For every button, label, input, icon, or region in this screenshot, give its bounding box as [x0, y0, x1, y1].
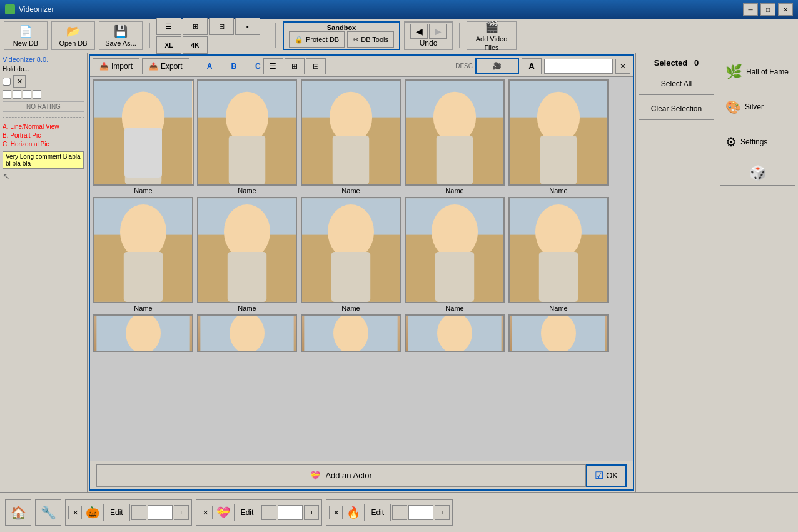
view-type-grid[interactable]: ⊞ [285, 58, 305, 74]
bottom-slot-1: ✕ 🎃 Edit − + [65, 499, 192, 526]
db-tools-button[interactable]: ✂ DB Tools [347, 31, 394, 48]
slot-3-minus[interactable]: − [392, 505, 407, 520]
view-buttons: ☰ ⊞ ⊟ ▪ XL 4K [156, 18, 269, 54]
silver-button[interactable]: 🎨 Silver [720, 91, 795, 123]
view-type-buttons: ☰ ⊞ ⊟ [263, 58, 326, 74]
grid-name-1-5: Name [549, 187, 567, 194]
grid-image-3-3[interactable] [301, 314, 401, 352]
view-type-list[interactable]: ☰ [263, 58, 283, 74]
slot-2-close[interactable]: ✕ [199, 506, 213, 519]
desc-label: DESC [455, 63, 473, 69]
slot-2-plus[interactable]: + [304, 505, 319, 520]
add-video-files-button[interactable]: 🎬 Add Video Files [467, 21, 517, 50]
add-actor-row: 💝 Add an Actor ☑ OK [90, 461, 633, 489]
title-controls[interactable]: ─ □ ✕ [743, 3, 793, 16]
grid-image-3-4[interactable] [405, 314, 505, 352]
clear-selection-button[interactable]: Clear Selection [639, 98, 714, 120]
slot-2-minus[interactable]: − [261, 505, 276, 520]
search-input[interactable] [544, 59, 613, 74]
grid-row-2: Name Name [93, 197, 630, 312]
view-xl-button[interactable]: XL [156, 36, 181, 54]
undo-forward-button[interactable]: ▶ [429, 24, 447, 39]
main-checkbox[interactable] [3, 78, 11, 86]
add-actor-button[interactable]: 💝 Add an Actor [96, 464, 586, 487]
import-button[interactable]: 📥 Import [93, 58, 139, 74]
grid-cell-2-4: Name [404, 197, 505, 312]
hold-info: Hold do... [3, 66, 84, 73]
grid-image-1-5[interactable] [508, 79, 609, 186]
grid-image-2-1[interactable] [93, 197, 193, 303]
font-button[interactable]: A [522, 58, 542, 74]
grid-image-2-3[interactable] [301, 197, 401, 303]
grid-image-1-4[interactable] [405, 79, 505, 186]
slot-3-plus[interactable]: + [435, 505, 450, 520]
new-db-button[interactable]: 📄 New DB [4, 21, 48, 50]
grid-image-1-3[interactable] [301, 79, 401, 186]
grid-name-1-1: Name [134, 187, 152, 194]
grid-image-1-2[interactable] [197, 79, 297, 186]
rating-box-3 [23, 90, 31, 99]
svg-point-30 [328, 204, 374, 259]
grid-image-3-2[interactable] [197, 314, 297, 352]
slot-3-close[interactable]: ✕ [329, 506, 343, 519]
view-list-button[interactable]: ☰ [156, 18, 181, 35]
x-button[interactable]: ✕ [13, 75, 26, 88]
slot-1-edit[interactable]: Edit [103, 504, 130, 521]
new-db-label: New DB [13, 39, 38, 47]
grid-name-2-1: Name [134, 304, 152, 312]
separator-3 [459, 23, 460, 48]
version-info: Videonizer 8.0. [3, 56, 84, 63]
slot-1-plus[interactable]: + [174, 505, 189, 520]
grid-image-3-5[interactable] [508, 314, 609, 352]
ok-button[interactable]: ☑ OK [586, 464, 627, 487]
grid-image-1-1[interactable] [93, 79, 194, 186]
hall-of-fame-button[interactable]: 🌿 Hall of Fame [720, 56, 795, 88]
view-4k-button[interactable]: 4K [183, 36, 208, 54]
label-b: B [231, 62, 236, 71]
view-type-detail[interactable]: ⊟ [306, 58, 326, 74]
view-film-button[interactable]: ▪ [235, 18, 260, 35]
select-all-button[interactable]: Select All [639, 73, 714, 95]
bottom-slot-2: ✕ 💝 Edit − + [196, 499, 323, 526]
titlebar: Videonizer ─ □ ✕ [0, 0, 798, 19]
grid-image-2-4[interactable] [405, 197, 505, 303]
protect-db-button[interactable]: 🔒 Protect DB [289, 31, 345, 48]
undo-back-button[interactable]: ◀ [410, 24, 428, 39]
slot-1-nav: − + [131, 505, 189, 520]
hof-label: Hall of Fame [746, 68, 789, 76]
grid-cell-1-2: Name [196, 79, 298, 194]
svg-rect-15 [437, 136, 473, 184]
svg-point-14 [433, 92, 476, 143]
save-as-button[interactable]: 💾 Save As... [99, 21, 143, 50]
grid-cell-3-4 [404, 314, 505, 352]
settings-bottom-button[interactable]: 🔧 [35, 499, 61, 526]
separator-1 [149, 23, 150, 48]
minimize-button[interactable]: ─ [743, 3, 758, 16]
open-db-button[interactable]: 📂 Open DB [51, 21, 95, 50]
grid-image-3-1[interactable] [93, 314, 193, 352]
svg-rect-35 [435, 252, 474, 302]
hof-icon: 🌿 [725, 64, 742, 80]
slot-3-edit[interactable]: Edit [364, 504, 391, 521]
tooltip-box: Very Long comment Blabla bl bla bla [3, 151, 84, 169]
close-button[interactable]: ✕ [778, 3, 793, 16]
slot-2-edit[interactable]: Edit [234, 504, 261, 521]
view-large-button[interactable]: ⊟ [209, 18, 234, 35]
grid-image-2-2[interactable] [197, 197, 297, 303]
slot-1-close[interactable]: ✕ [68, 506, 82, 519]
silver-label: Silver [745, 103, 764, 111]
svg-rect-1 [94, 118, 192, 184]
title-left: Videonizer [5, 4, 54, 14]
slot-1-minus[interactable]: − [131, 505, 146, 520]
svg-point-38 [535, 204, 582, 259]
view-grid-button[interactable]: ⊞ [183, 18, 208, 35]
extra-button[interactable]: 🎲 [720, 161, 795, 186]
home-button[interactable]: 🏠 [5, 499, 31, 526]
export-button[interactable]: 📤 Export [142, 58, 189, 74]
desc-button[interactable]: 🎥 [475, 58, 519, 74]
grid-image-2-5[interactable] [508, 197, 609, 303]
maximize-button[interactable]: □ [760, 3, 775, 16]
settings-button[interactable]: ⚙ Settings [720, 126, 795, 158]
svg-rect-3 [125, 136, 162, 184]
search-clear-button[interactable]: ✕ [615, 59, 630, 74]
